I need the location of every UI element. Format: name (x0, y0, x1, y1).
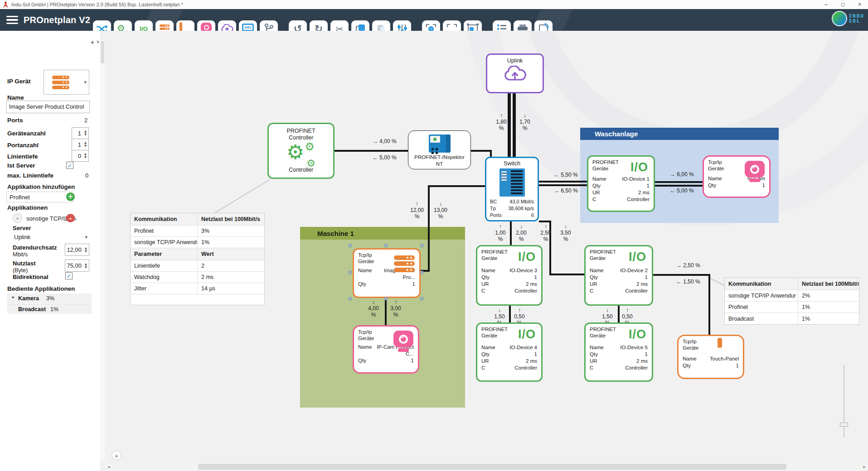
node-uplink[interactable]: Uplink (486, 53, 544, 93)
name-input[interactable]: Image Server Product Control (6, 101, 90, 113)
device-count-stepper[interactable]: 1 (72, 127, 89, 139)
toolbar-edit-button[interactable] (534, 20, 553, 31)
paste-icon (378, 24, 385, 31)
selection-handle[interactable] (349, 271, 352, 274)
check-icon (68, 163, 73, 168)
fullscreen-frame-icon (447, 24, 457, 31)
panel-move-handle[interactable]: + (91, 39, 94, 46)
scroll-left-icon[interactable] (105, 463, 112, 471)
toolbar-uplink-button[interactable] (218, 20, 236, 31)
toolbar-paste-button[interactable] (372, 20, 390, 31)
minimize-button[interactable]: – (818, 0, 834, 9)
toolbar-fit-view-button[interactable] (443, 20, 461, 31)
io-icon: I/O (630, 160, 648, 174)
close-button[interactable]: × (851, 0, 868, 9)
spin-down-icon[interactable] (85, 266, 87, 269)
served-app-row[interactable]: Kamera 3% (7, 293, 92, 303)
node-io-device-1[interactable]: PROFINETGeräte I/O NameIO-Device 1 Qty1 … (587, 155, 655, 212)
selection-handle[interactable] (349, 297, 352, 300)
node-ip-cam-waschanlage[interactable]: Tcp/IpGeräte NameIP-Cam Qty1 (703, 155, 771, 198)
group-waschanlage-header[interactable]: Waschanlage (580, 128, 779, 140)
scrollbar-thumb[interactable] (198, 464, 786, 470)
node-ip-cam-maschine[interactable]: Tcp/IpGeräte NameIP-Cam Product C... Qty… (353, 325, 419, 374)
toolbar-monitor-button[interactable] (176, 20, 194, 31)
node-touch-panel[interactable]: Tcp/IpGeräte NameTouch-Panel Qty1 (677, 335, 744, 379)
toolbar-nms-button[interactable]: NMS (239, 20, 257, 31)
throughput-stepper[interactable]: 12,00 (65, 244, 89, 256)
toolbar-print-button[interactable] (514, 20, 532, 31)
add-application-dropdown[interactable]: Profinet (6, 192, 73, 202)
is-server-checkbox[interactable] (66, 162, 73, 169)
canvas-scroll-up-button[interactable] (112, 450, 121, 460)
device-type-dropdown[interactable] (44, 70, 89, 95)
stat-label: Tp (490, 205, 496, 212)
toolbar-controller-button[interactable] (114, 20, 132, 31)
toolbar-cut-button[interactable] (330, 20, 349, 31)
node-io-device-4[interactable]: PROFINETGeräte I/O NameIO-Device 4 Qty1 … (476, 322, 543, 382)
server-dropdown[interactable]: Uplink (13, 232, 90, 242)
io-icon: I/O (518, 327, 536, 341)
panel-close-icon[interactable]: × (97, 39, 100, 46)
application-item-name: sonstige TCP/I... (26, 215, 70, 222)
port-count-stepper[interactable]: 1 (72, 139, 89, 150)
node-switch[interactable]: Switch BC43,0 Mbit/s Tp38,608 kp/s Ports… (485, 157, 539, 221)
toolbar-redo-button[interactable] (310, 20, 328, 31)
spin-down-icon[interactable] (84, 156, 87, 159)
io-icon: I/O (140, 25, 148, 31)
toolbar-io-device-button[interactable]: I/O (135, 20, 153, 31)
toolbar-connection-button[interactable] (93, 20, 111, 31)
selection-handle[interactable] (384, 244, 388, 247)
link-imgserver-switch (428, 185, 485, 187)
indu-sol-logo: INDUSOL (832, 11, 865, 26)
selection-handle[interactable] (420, 297, 423, 300)
node-io-device-5[interactable]: PROFINETGeräte I/O NameIO-Device 5 Qty1 … (584, 322, 653, 382)
link-load-label: → 6,50 % (554, 187, 578, 194)
toolbar-topology-button[interactable] (260, 20, 278, 31)
io-icon: I/O (629, 327, 646, 341)
spin-down-icon[interactable] (85, 250, 87, 253)
add-application-button[interactable] (66, 192, 75, 201)
line-depth-stepper[interactable]: 0 (72, 150, 89, 162)
chevron-down-icon[interactable] (12, 295, 14, 300)
spin-down-icon[interactable] (84, 133, 87, 136)
node-io-device-2[interactable]: PROFINETGeräte I/O NameIO-Device 2 Qty1 … (584, 245, 653, 306)
toolbar-copy-button[interactable] (351, 20, 369, 31)
toolbar-report-button[interactable] (493, 20, 511, 31)
selection-handle[interactable] (420, 271, 423, 274)
scroll-right-icon[interactable] (861, 463, 868, 471)
chevron-up-icon (16, 216, 19, 220)
link-load-label: ← 1,50 % (676, 279, 700, 285)
node-profinet-inspektor[interactable]: PROFINET-INspektor NT (408, 130, 471, 169)
selection-handle[interactable] (384, 297, 388, 300)
link-load-label: ↑ 1,00 % (492, 223, 509, 242)
selection-handle[interactable] (420, 244, 423, 247)
node-profinet-controller[interactable]: PROFINET Controller Controller (267, 123, 335, 179)
panel-scrollbar[interactable] (100, 40, 105, 461)
payload-stepper[interactable]: 75,00 (65, 260, 89, 272)
menu-button[interactable] (6, 16, 18, 24)
toolbar-export-image-button[interactable] (464, 20, 482, 31)
node-io-device-3[interactable]: PROFINETGeräte I/O NameIO-Device 3 Qty1 … (476, 245, 543, 306)
throughput-label: Datendurchsatz (13, 244, 57, 251)
scrollbar-thumb[interactable] (101, 41, 104, 63)
served-app-row[interactable]: Broadcast 1% (7, 304, 92, 314)
toolbar-properties-button[interactable] (393, 20, 411, 31)
zoom-slider-thumb[interactable] (840, 423, 848, 427)
toolbar-undo-button[interactable] (289, 20, 307, 31)
group-maschine-1-header[interactable]: Maschine 1 (300, 227, 465, 240)
properties-panel: IP Gerät Name Image Server Product Contr… (0, 31, 101, 471)
zoom-slider[interactable] (844, 365, 844, 437)
node-image-server[interactable]: Tcp/IpGeräte NameImage Server Pro... Qty… (353, 248, 421, 298)
link-load-label: → 2,50 % (676, 262, 700, 269)
maximize-button[interactable]: □ (834, 0, 851, 9)
application-collapse-button[interactable] (13, 213, 22, 223)
bidirectional-checkbox[interactable] (65, 272, 73, 279)
link-load-label: ↑ 3,00 % (387, 299, 405, 318)
toolbar-ip-device-button[interactable] (155, 20, 174, 31)
toolbar-camera-button[interactable] (197, 20, 215, 31)
horizontal-scrollbar[interactable] (105, 463, 868, 471)
spin-down-icon[interactable] (84, 144, 87, 148)
selection-handle[interactable] (349, 244, 352, 247)
toolbar-zoom-out-view-button[interactable]: – (422, 20, 440, 31)
remove-application-button[interactable] (66, 214, 75, 222)
